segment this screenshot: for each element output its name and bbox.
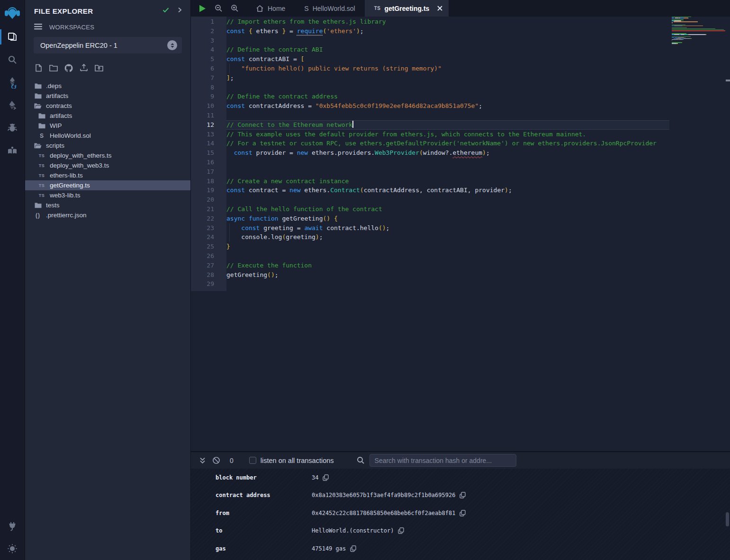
tree-item-label: tests (46, 202, 60, 209)
tree-item-deploy-with-ethers-ts[interactable]: TSdeploy_with_ethers.ts (25, 151, 190, 160)
tab-helloworld-sol[interactable]: SHelloWorld.sol (295, 0, 364, 17)
folder-file-icon (38, 113, 45, 119)
tree-item-tests[interactable]: tests (25, 200, 190, 210)
terminal-row-key: gas (216, 545, 312, 552)
tree-item-label: artifacts (46, 92, 68, 99)
remix-logo-icon[interactable] (0, 0, 25, 26)
line-number: 7 (191, 73, 220, 83)
copy-icon[interactable] (398, 527, 404, 534)
code-text: // Define the contract address (226, 92, 669, 101)
zoom-out-icon[interactable] (215, 4, 223, 12)
terminal-search-input[interactable] (370, 454, 516, 467)
tree-item-helloworld-sol[interactable]: SHelloWorld.sol (25, 131, 190, 141)
tree-item-deploy-with-web3-ts[interactable]: TSdeploy_with_web3.ts (25, 160, 190, 170)
code-text (226, 167, 669, 177)
remix-ide-window: FILE EXPLORER WORKSPACES OpenZeppelin ER… (0, 0, 730, 560)
run-script-play-icon[interactable] (198, 4, 207, 13)
plugin-manager-icon[interactable] (0, 515, 25, 537)
main-area: HomeSHelloWorld.solTSgetGreeting.ts 1// … (191, 0, 730, 560)
tree-item--prettierrc-json[interactable]: ().prettierrc.json (25, 210, 190, 220)
code-text: // For a testnet or custom RPC, use ethe… (226, 139, 669, 148)
code-line-1: 1// Import ethers from the ethers.js lib… (191, 17, 669, 27)
code-text: // Define the contract ABI (226, 45, 669, 54)
zoom-in-icon[interactable] (231, 4, 239, 12)
transaction-count: 0 (230, 457, 234, 464)
new-folder-icon[interactable] (49, 63, 58, 75)
terminal-row-from: from0x42452c22c88178685850e68beb6cf0f2ae… (191, 504, 730, 522)
settings-icon[interactable] (0, 537, 25, 560)
code-line-10: 10const contractAddress = "0xb54febb5c0c… (191, 101, 669, 111)
tree-item-getgreeting-ts[interactable]: TSgetGreeting.ts (25, 180, 190, 190)
terminal-scrollbar-handle[interactable] (726, 512, 729, 526)
tree-item-contracts[interactable]: contracts (25, 101, 190, 111)
tree-item-wip[interactable]: WIP (25, 121, 190, 131)
accept-check-icon[interactable] (162, 6, 170, 16)
terminal-row-block-number: block number34 (191, 469, 730, 487)
search-icon[interactable] (0, 48, 25, 71)
line-number: 11 (191, 111, 220, 120)
code-text (226, 83, 669, 92)
code-line-6: 6 "function hello() public view returns … (191, 64, 669, 73)
learneth-icon[interactable] (0, 139, 25, 162)
copy-icon[interactable] (460, 492, 466, 498)
code-line-23: 23 const greeting = await contract.hello… (191, 223, 669, 233)
tab-getgreeting-ts[interactable]: TSgetGreeting.ts (365, 0, 449, 17)
folder-file-icon (34, 202, 42, 208)
terminal-toolbar: 0 listen on all transactions (191, 452, 730, 469)
code-editor[interactable]: 1// Import ethers from the ethers.js lib… (191, 17, 730, 451)
code-line-16: 16 (191, 158, 669, 167)
folder-file-icon (34, 83, 42, 89)
code-line-19: 19const contract = new ethers.Contract(c… (191, 186, 669, 195)
collapse-panel-chevron-icon[interactable] (176, 7, 183, 15)
deploy-run-icon[interactable] (0, 94, 25, 116)
code-text: // Import ethers from the ethers.js libr… (226, 17, 669, 27)
panel-title: FILE EXPLORER (34, 7, 155, 15)
collapse-terminal-icon[interactable] (199, 457, 206, 464)
file-explorer-icon[interactable] (0, 26, 25, 48)
minimap[interactable] (672, 17, 726, 47)
line-number: 29 (191, 279, 220, 289)
code-text: // Create a new contract instance (226, 177, 669, 186)
line-number: 16 (191, 158, 220, 167)
file-explorer-toolbar (25, 53, 190, 75)
terminal-row-key: contract address (216, 492, 312, 498)
terminal-row-value: 475149 gas (312, 545, 356, 552)
code-text: const contractAddress = "0xb54febb5c0c0f… (226, 101, 669, 111)
listen-transactions-checkbox[interactable] (249, 457, 256, 464)
file-explorer-panel: FILE EXPLORER WORKSPACES OpenZeppelin ER… (25, 0, 191, 560)
tree-item-artifacts[interactable]: artifacts (25, 111, 190, 121)
clone-github-icon[interactable] (64, 63, 73, 75)
tab-label: Home (268, 5, 285, 12)
close-tab-icon[interactable] (437, 5, 443, 11)
tab-home[interactable]: Home (246, 0, 295, 17)
ts-tab-icon: TS (374, 6, 381, 11)
code-text: async function getGreeting() { (226, 214, 669, 223)
line-number: 24 (191, 232, 220, 242)
ts-file-icon: TS (38, 183, 45, 188)
tree-item-scripts[interactable]: scripts (25, 141, 190, 151)
solidity-compiler-icon[interactable] (0, 71, 25, 94)
workspaces-menu-icon[interactable] (34, 23, 42, 31)
workspace-select[interactable]: OpenZeppelin ERC20 - 1 (34, 37, 182, 53)
tree-item-label: artifacts (50, 112, 72, 119)
line-number: 22 (191, 214, 220, 223)
tree-item-ethers-lib-ts[interactable]: TSethers-lib.ts (25, 170, 190, 180)
copy-icon[interactable] (350, 545, 356, 552)
clear-console-icon[interactable] (212, 456, 220, 464)
upload-file-icon[interactable] (79, 63, 89, 75)
line-number: 23 (191, 223, 220, 233)
debugger-icon[interactable] (0, 116, 25, 139)
code-text: // Call the hello function of the contra… (226, 204, 669, 214)
upload-folder-icon[interactable] (94, 63, 104, 75)
ts-file-icon: TS (38, 153, 45, 158)
new-file-icon[interactable] (34, 63, 43, 75)
tree-item--deps[interactable]: .deps (25, 81, 190, 91)
copy-icon[interactable] (460, 510, 466, 516)
code-line-25: 25} (191, 242, 669, 251)
tree-item-artifacts[interactable]: artifacts (25, 91, 190, 101)
listen-transactions-label: listen on all transactions (261, 457, 334, 464)
code-line-22: 22async function getGreeting() { (191, 214, 669, 223)
tree-item-web3-lib-ts[interactable]: TSweb3-lib.ts (25, 190, 190, 200)
editor-scrollbar-marker[interactable] (726, 80, 730, 81)
copy-icon[interactable] (323, 474, 329, 481)
